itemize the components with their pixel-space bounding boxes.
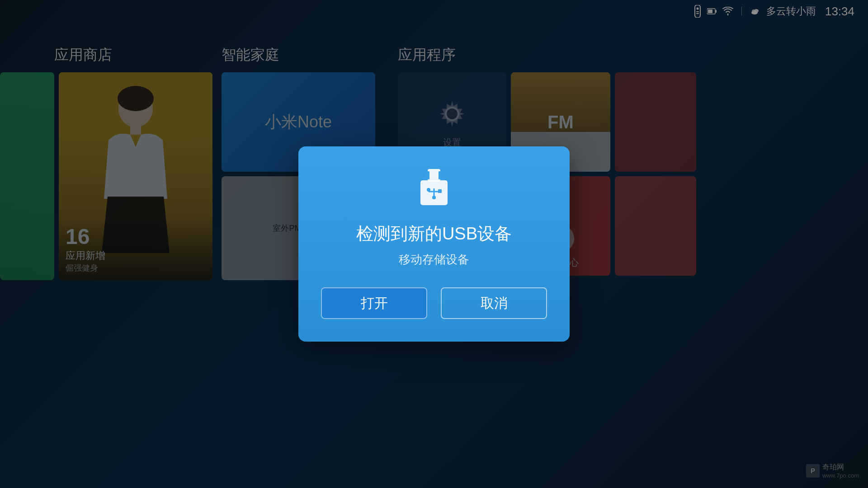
- svg-rect-19: [426, 171, 429, 179]
- dialog-buttons: 打开 取消: [321, 287, 547, 319]
- usb-dialog: 检测到新的USB设备 移动存储设备 打开 取消: [298, 146, 570, 342]
- svg-rect-18: [428, 169, 440, 182]
- usb-icon-wrapper: [416, 169, 452, 211]
- cancel-button[interactable]: 取消: [441, 287, 547, 319]
- dialog-title: 检测到新的USB设备: [356, 222, 512, 245]
- svg-rect-20: [439, 171, 442, 179]
- open-button[interactable]: 打开: [321, 287, 427, 319]
- dialog-subtitle: 移动存储设备: [399, 252, 469, 267]
- usb-icon: [416, 169, 452, 210]
- svg-point-27: [432, 196, 436, 199]
